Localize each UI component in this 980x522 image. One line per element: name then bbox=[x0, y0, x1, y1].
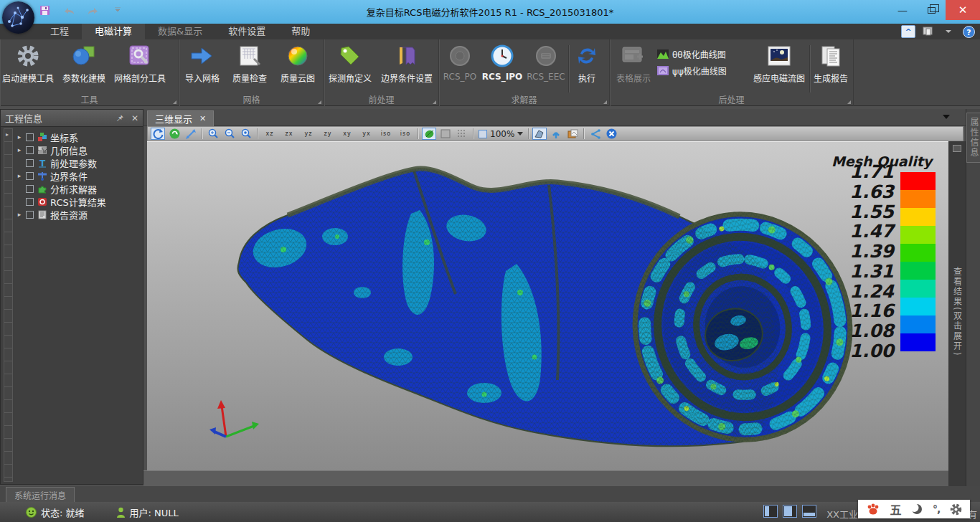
quality-cloud-button[interactable]: 质量云图 bbox=[274, 42, 321, 84]
theta-curve-button[interactable]: θθ极化曲线图 bbox=[657, 48, 749, 60]
view-zy-button[interactable]: zy bbox=[319, 128, 336, 140]
view-yz-button[interactable]: yz bbox=[300, 128, 317, 140]
induced-current-button[interactable]: 感应电磁流图 bbox=[749, 42, 809, 84]
close-button[interactable]: ✕ bbox=[946, 0, 980, 20]
solver-rcs-po-button[interactable]: RCS_PO bbox=[439, 42, 481, 82]
application-window: 复杂目标RCS电磁分析软件2015 R1 - RCS_2015031801* —… bbox=[0, 0, 980, 522]
arrow-down-button[interactable] bbox=[549, 128, 563, 140]
title-bar: 复杂目标RCS电磁分析软件2015 R1 - RCS_2015031801* —… bbox=[0, 0, 980, 24]
view-iso2-button[interactable]: iso bbox=[397, 128, 414, 140]
window-style-dropdown-icon[interactable] bbox=[941, 25, 956, 38]
generate-report-button[interactable]: 生成报告 bbox=[810, 42, 852, 84]
parametric-modeling-button[interactable]: 参数化建模 bbox=[56, 42, 112, 84]
3d-viewport-canvas[interactable]: Mesh Quality 1.71 1.63 1.55 1.47 1.39 1.… bbox=[147, 141, 948, 470]
tab-list-dropdown-icon[interactable] bbox=[943, 115, 950, 119]
tree-item-coordinate-system[interactable]: ▸ 坐标系 bbox=[13, 130, 143, 143]
probe-angle-button[interactable]: 探测角定义 bbox=[324, 42, 376, 84]
view-yx-button[interactable]: yx bbox=[358, 128, 375, 140]
tab-project[interactable]: 工程 bbox=[37, 24, 82, 39]
tree-item-boundary-conditions[interactable]: ▸ 边界条件 bbox=[13, 169, 143, 182]
zoom-scale-select[interactable]: 100% bbox=[477, 129, 524, 139]
property-info-tab[interactable]: 属性信息 bbox=[966, 113, 980, 163]
cancel-button[interactable] bbox=[604, 128, 618, 140]
dialog-launcher-icon[interactable] bbox=[603, 100, 607, 104]
tab-em-compute[interactable]: 电磁计算 bbox=[82, 24, 145, 39]
solver-rcs-eec-button[interactable]: RCS_EEC bbox=[524, 42, 568, 82]
tree-checkbox[interactable] bbox=[26, 172, 34, 180]
tree-checkbox[interactable] bbox=[26, 146, 34, 154]
view-results-tab[interactable]: 查看结果(双击展开) bbox=[951, 267, 963, 356]
mesh-display-button[interactable] bbox=[532, 128, 547, 140]
view-zx-button[interactable]: zx bbox=[281, 128, 298, 140]
start-modeling-button[interactable]: 启动建模工具 bbox=[0, 42, 56, 84]
expand-arrow-icon[interactable]: ▸ bbox=[16, 211, 23, 218]
ime-moon-icon[interactable] bbox=[911, 503, 923, 515]
minimize-button[interactable]: — bbox=[888, 0, 917, 20]
view-iso-button[interactable]: iso bbox=[377, 128, 395, 140]
dialog-launcher-icon[interactable] bbox=[173, 100, 176, 104]
tab-help[interactable]: 帮助 bbox=[278, 24, 323, 39]
tab-3d-display[interactable]: 三维显示 ✕ bbox=[147, 110, 214, 126]
layout-bottom-button[interactable] bbox=[802, 505, 816, 518]
zoom-out-button[interactable] bbox=[222, 128, 237, 140]
mesh-tool-button[interactable]: 网格剖分工具 bbox=[112, 42, 168, 84]
pan-view-button[interactable] bbox=[184, 128, 198, 140]
panel-expand-icon[interactable] bbox=[953, 145, 961, 152]
tree-checkbox[interactable] bbox=[26, 211, 34, 219]
solver-rcs-ipo-button[interactable]: RCS_IPO bbox=[481, 42, 524, 82]
ime-punctuation-mode[interactable]: °, bbox=[933, 503, 940, 515]
expand-arrow-icon[interactable]: ▸ bbox=[16, 172, 23, 179]
ime-wubi-mode[interactable]: 五 bbox=[890, 500, 902, 518]
collapse-ribbon-icon[interactable]: ^ bbox=[901, 25, 915, 38]
tab-data-display[interactable]: 数据&显示 bbox=[145, 24, 215, 39]
execute-button[interactable]: 执行 bbox=[569, 42, 605, 84]
window-style-icon[interactable] bbox=[921, 25, 936, 38]
tree-checkbox[interactable] bbox=[26, 159, 34, 167]
zoom-extents-button[interactable] bbox=[239, 128, 253, 140]
dialog-launcher-icon[interactable] bbox=[433, 100, 436, 104]
layout-split-button[interactable] bbox=[783, 505, 797, 518]
points-mode-button[interactable] bbox=[455, 128, 469, 140]
tree-item-geometry-info[interactable]: ▸ 几何信息 bbox=[13, 143, 143, 156]
import-mesh-button[interactable]: 导入网格 bbox=[179, 42, 225, 84]
boundary-settings-button[interactable]: 边界条件设置 bbox=[376, 42, 438, 84]
expand-arrow-icon[interactable]: ▸ bbox=[16, 146, 23, 153]
ime-paw-icon[interactable] bbox=[866, 503, 880, 516]
tree-item-report-resources[interactable]: ▸ 报告资源 bbox=[13, 208, 143, 221]
layout-left-button[interactable] bbox=[763, 505, 778, 518]
psi-curve-button[interactable]: ψψ极化曲线图 bbox=[657, 65, 749, 77]
help-icon[interactable]: ? bbox=[961, 25, 976, 38]
tree-item-analysis-solver[interactable]: 分析求解器 bbox=[13, 182, 143, 195]
ime-gear-icon[interactable] bbox=[950, 503, 962, 516]
zoom-in-button[interactable] bbox=[206, 128, 220, 140]
shaded-mode-button[interactable] bbox=[422, 128, 436, 140]
tree-item-preprocess-params[interactable]: T 前处理参数 bbox=[13, 156, 143, 169]
refresh-view-button[interactable] bbox=[167, 128, 182, 140]
export-image-button[interactable] bbox=[565, 128, 580, 140]
panel-close-icon[interactable]: ✕ bbox=[131, 113, 138, 123]
system-message-tab[interactable]: 系统运行消息 bbox=[6, 487, 75, 502]
quality-check-button[interactable]: 质量检查 bbox=[225, 42, 274, 84]
trace-button[interactable] bbox=[588, 128, 602, 140]
view-xz-button[interactable]: xz bbox=[261, 128, 278, 140]
run-icon bbox=[575, 42, 598, 70]
table-display-button[interactable]: 表格展示 bbox=[610, 42, 657, 84]
rotate-view-button[interactable] bbox=[151, 128, 165, 140]
tree-gutter[interactable]: ▸ bbox=[4, 128, 13, 482]
expand-arrow-icon[interactable]: ▸ bbox=[16, 133, 23, 141]
restore-button[interactable] bbox=[917, 0, 946, 20]
tree-checkbox[interactable] bbox=[26, 133, 34, 141]
pin-icon[interactable]: 📌︎ bbox=[116, 113, 124, 123]
dialog-launcher-icon[interactable] bbox=[318, 100, 321, 104]
dialog-launcher-icon[interactable] bbox=[847, 100, 851, 104]
view-xy-button[interactable]: xy bbox=[339, 128, 356, 140]
tab-settings[interactable]: 软件设置 bbox=[215, 24, 278, 39]
report-icon bbox=[819, 42, 842, 70]
tab-close-icon[interactable]: ✕ bbox=[199, 114, 206, 123]
right-dock-strip: 属性信息 bbox=[966, 109, 980, 486]
tree-checkbox[interactable] bbox=[26, 198, 34, 206]
tag-icon bbox=[339, 42, 362, 70]
flat-mode-button[interactable] bbox=[438, 128, 453, 140]
tree-item-rcs-results[interactable]: RCS计算结果 bbox=[13, 195, 143, 208]
tree-checkbox[interactable] bbox=[26, 185, 34, 193]
